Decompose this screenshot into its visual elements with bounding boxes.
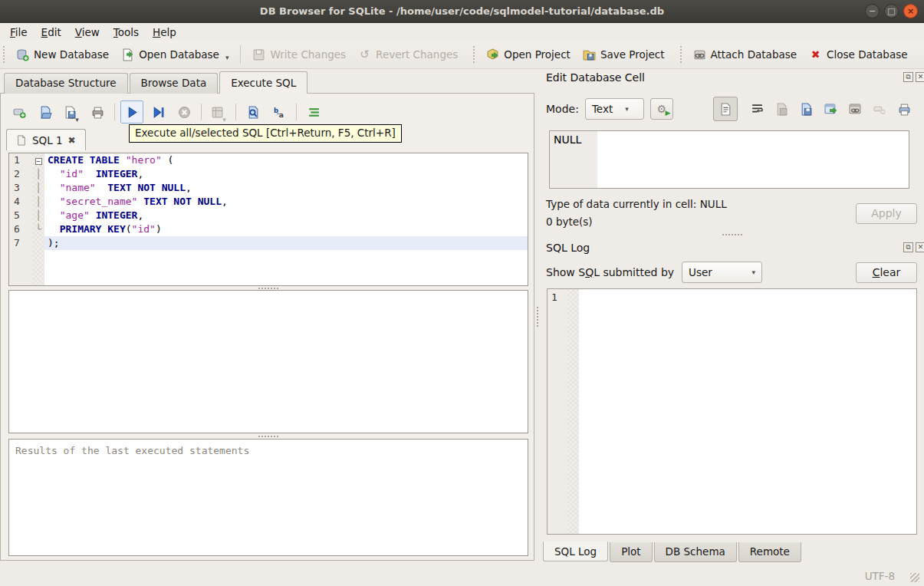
status-bar: UTF-8 [0,564,924,586]
save-as-icon[interactable] [800,103,813,116]
save-project-icon [583,48,596,61]
save-results-button[interactable]: ▾ [207,100,230,123]
result-grid-panel [8,290,528,433]
sql-code-editor[interactable]: 1 − CREATE TABLE "hero" ( 2 │ "id" INTEG… [8,153,528,286]
menu-view[interactable]: View [68,24,107,41]
minimize-button[interactable]: − [865,4,880,18]
vertical-splitter[interactable] [534,69,541,564]
save-results-dropdown-icon[interactable]: ▾ [222,116,226,123]
attach-database-button[interactable]: Attach Database [687,45,804,64]
cell-mode-row: Mode: Text ▾ ⚙▶ [546,98,673,120]
mode-select[interactable]: Text ▾ [585,98,644,120]
close-dock-icon[interactable]: ✕ [916,242,924,252]
stop-execution-icon [178,106,191,119]
open-project-button[interactable]: Open Project [480,45,577,64]
save-project-button[interactable]: Save Project [577,45,671,64]
attach-database-icon [693,48,706,61]
execute-current-line-button[interactable] [146,100,169,123]
maximize-button[interactable]: □ [884,4,899,18]
cell-editor-toolbar [713,97,911,121]
format-sql-button[interactable] [302,100,325,123]
find-replace-button[interactable]: ba [268,100,291,123]
open-database-button[interactable]: Open Database ▾ [115,45,235,64]
attach-database-label: Attach Database [711,48,797,61]
fold-guide-end: └ [32,222,44,236]
submitted-by-value: User [689,266,712,278]
text-mode-button[interactable] [713,97,738,121]
revert-changes-button[interactable]: ↺ Revert Changes [352,44,464,64]
line-number: 1 [9,153,32,167]
fold-marker-icon[interactable]: − [32,153,44,167]
print-sql-button[interactable] [86,100,109,123]
execution-results-panel: Results of the last executed statements [8,439,528,556]
new-database-button[interactable]: New Database [10,45,115,64]
close-button[interactable]: × [903,4,918,18]
submitted-by-select[interactable]: User ▾ [682,262,762,283]
cell-value-editor[interactable]: NULL [549,130,909,189]
results-placeholder: Results of the last executed statements [9,440,528,462]
chevron-down-icon: ▾ [752,268,756,276]
menu-file[interactable]: File [3,24,35,41]
cell-size-info: 0 byte(s) [546,216,593,228]
resize-grip[interactable] [910,573,919,582]
apply-button[interactable]: Apply [856,203,917,224]
sql-document-icon [16,135,27,146]
toolbar-drag-handle[interactable] [3,46,7,63]
open-database-label: Open Database [139,48,219,61]
save-sql-file-button[interactable]: ▾ [60,100,83,123]
find-replace-icon: ba [273,106,286,119]
encoding-indicator[interactable]: UTF-8 [865,570,895,582]
clear-button[interactable]: Clear [856,262,917,283]
copy-link-icon[interactable] [849,103,862,116]
fold-guide: │ [32,195,44,209]
execute-all-button[interactable] [120,100,143,123]
close-database-button[interactable]: ✖ Close Database [803,45,913,64]
toolbar-separator [201,104,202,120]
log-line-number: 1 [547,289,567,534]
open-database-dropdown-icon[interactable]: ▾ [225,54,229,61]
splitter-handle[interactable] [547,232,917,236]
tab-remote[interactable]: Remote [738,542,801,562]
close-database-icon: ✖ [809,48,822,61]
open-sql-file-icon [39,106,52,119]
cell-value: NULL [550,131,597,188]
close-tab-icon[interactable]: ✖ [68,135,76,146]
open-sql-file-button[interactable] [34,100,57,123]
fold-gutter [32,236,44,250]
import-data-icon[interactable] [775,103,788,116]
sql-log-view[interactable]: 1 [547,288,917,535]
toolbar-drag-handle[interactable] [473,46,477,63]
stop-execution-button[interactable] [173,100,196,123]
sql1-tab[interactable]: SQL 1 ✖ [6,129,86,150]
tab-plot[interactable]: Plot [610,542,652,562]
new-tab-button[interactable] [8,100,31,123]
tab-execute-sql[interactable]: Execute SQL [219,71,307,94]
apply-data-button[interactable]: ⚙▶ [650,98,673,120]
tab-sql-log[interactable]: SQL Log [543,542,608,561]
word-wrap-icon[interactable] [751,103,764,116]
menu-help[interactable]: Help [146,24,183,41]
fold-guide: │ [32,167,44,181]
tab-db-schema[interactable]: DB Schema [654,542,737,562]
find-button[interactable] [242,100,265,123]
float-dock-icon[interactable]: ⧉ [903,72,913,82]
print-cell-icon[interactable] [898,103,911,116]
menu-tools[interactable]: Tools [107,24,146,41]
open-project-label: Open Project [504,48,571,61]
execute-all-icon [126,106,139,119]
tooltip: Execute all/selected SQL [Ctrl+Return, F… [129,124,402,143]
filter-label: Show SQL submitted by [546,266,674,278]
line-number: 4 [9,195,32,209]
write-changes-button[interactable]: Write Changes [246,45,352,64]
save-sql-dropdown-icon[interactable]: ▾ [75,116,79,123]
menu-edit[interactable]: Edit [35,24,68,41]
tab-browse-data[interactable]: Browse Data [130,73,219,94]
toolbar-drag-handle[interactable] [680,46,684,63]
close-dock-icon[interactable]: ✕ [916,72,924,82]
float-dock-icon[interactable]: ⧉ [903,242,913,252]
export-icon[interactable] [824,103,837,116]
tab-database-structure[interactable]: Database Structure [4,73,128,94]
line-number: 2 [9,167,32,181]
splitter-handle[interactable] [8,434,528,438]
set-null-icon[interactable] [873,103,886,116]
